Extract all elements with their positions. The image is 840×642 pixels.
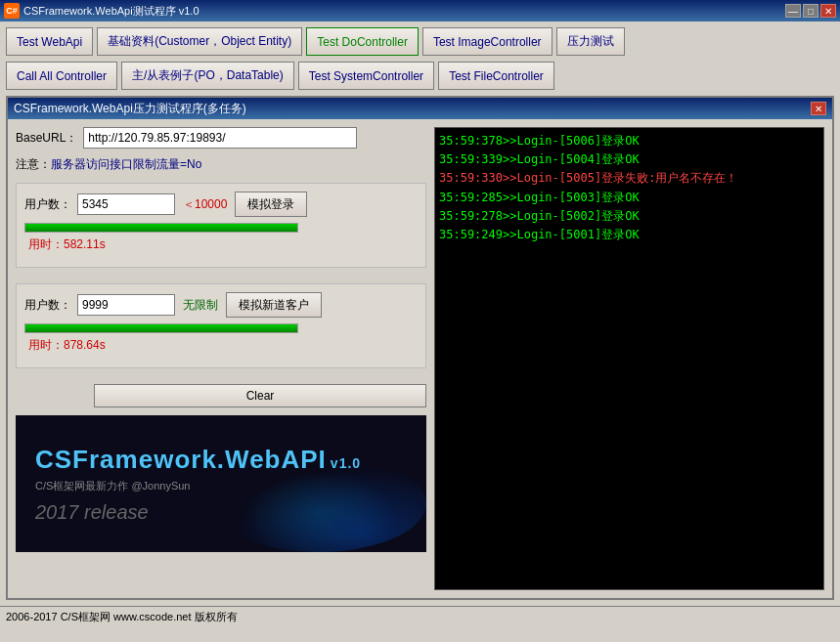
dialog-title-bar: CSFramework.WebApi压力测试程序(多任务) ✕ <box>8 98 832 119</box>
user-count-label-1: 用户数： <box>24 196 71 213</box>
window-controls: — □ ✕ <box>785 4 836 18</box>
toolbar-row1: Test WebApi 基础资料(Customer，Object Entity)… <box>6 27 834 56</box>
test-webapi-button[interactable]: Test WebApi <box>6 27 93 56</box>
maximize-button[interactable]: □ <box>803 4 818 18</box>
progress-container-1 <box>24 223 298 233</box>
minimize-button[interactable]: — <box>785 4 801 18</box>
log-line: 35:59:378>>Login-[5006]登录OK <box>439 132 819 150</box>
close-button[interactable]: ✕ <box>820 4 836 18</box>
left-panel: BaseURL： 注意： 服务器访问接口限制流量=No 用户数： ＜10000 … <box>16 127 426 590</box>
banner-title-part1: CSFramework. <box>35 445 225 474</box>
dialog-body: BaseURL： 注意： 服务器访问接口限制流量=No 用户数： ＜10000 … <box>8 119 832 598</box>
user-count-input-2[interactable] <box>77 294 175 316</box>
test-file-button[interactable]: Test FileController <box>438 62 554 90</box>
user-section-2: 用户数： 无限制 模拟新道客户 用时：878.64s <box>16 283 426 368</box>
note-row: 注意： 服务器访问接口限制流量=No <box>16 156 426 173</box>
user-count-label-2: 用户数： <box>24 297 71 314</box>
status-text: 2006-2017 C/S框架网 www.cscode.net 版权所有 <box>6 610 238 624</box>
note-label: 注意： <box>16 156 51 173</box>
time-label-2: 用时：878.64s <box>28 337 106 354</box>
limit-text-2: 无限制 <box>183 297 218 314</box>
stress-test-button[interactable]: 压力测试 <box>556 27 625 56</box>
time-label-1: 用时：582.11s <box>28 236 106 253</box>
user-count-input-1[interactable] <box>77 193 175 215</box>
dialog-window: CSFramework.WebApi压力测试程序(多任务) ✕ BaseURL：… <box>6 96 834 600</box>
toolbar-row2: Call All Controller 主/从表例子(PO，DataTable)… <box>6 62 834 90</box>
app-icon: C# <box>4 3 20 19</box>
dialog-close-button[interactable]: ✕ <box>811 102 826 115</box>
log-line: 35:59:339>>Login-[5004]登录OK <box>439 150 819 169</box>
progress-fill-1 <box>25 224 297 232</box>
log-line: 35:59:278>>Login-[5002]登录OK <box>439 207 819 226</box>
progress-fill-2 <box>25 324 297 332</box>
note-text: 服务器访问接口限制流量=No <box>51 156 201 173</box>
log-line: 35:59:249>>Login-[5001]登录OK <box>439 226 819 244</box>
progress-bar-2 <box>24 323 418 333</box>
progress-bar-1 <box>24 223 418 233</box>
user-row-1: 用户数： ＜10000 模拟登录 <box>24 192 418 217</box>
test-system-button[interactable]: Test SystemController <box>298 62 434 90</box>
main-window: Test WebApi 基础资料(Customer，Object Entity)… <box>0 21 840 606</box>
title-bar: C# CSFramework.WebApi测试程序 v1.0 — □ ✕ <box>0 0 840 21</box>
progress-container-2 <box>24 323 298 333</box>
clear-button[interactable]: Clear <box>94 384 426 407</box>
banner: CSFramework.WebAPIv1.0 C/S框架网最新力作 @Jonny… <box>16 415 426 552</box>
user-section-1: 用户数： ＜10000 模拟登录 用时：582.11s <box>16 183 426 268</box>
time-row-2: 用时：878.64s <box>24 337 418 354</box>
dialog-title: CSFramework.WebApi压力测试程序(多任务) <box>14 101 811 117</box>
master-detail-button[interactable]: 主/从表例子(PO，DataTable) <box>121 62 294 90</box>
status-bar: 2006-2017 C/S框架网 www.cscode.net 版权所有 <box>0 606 840 627</box>
test-do-button[interactable]: Test DoController <box>306 27 419 56</box>
log-line: 35:59:330>>Login-[5005]登录失败:用户名不存在！ <box>439 169 819 188</box>
log-panel[interactable]: 35:59:378>>Login-[5006]登录OK35:59:339>>Lo… <box>434 127 824 590</box>
banner-wave-decoration <box>211 454 426 552</box>
base-url-row: BaseURL： <box>16 127 426 149</box>
window-title: CSFramework.WebApi测试程序 v1.0 <box>23 4 785 19</box>
limit-text-1: ＜10000 <box>183 196 227 213</box>
simulate-login-button[interactable]: 模拟登录 <box>235 192 307 217</box>
time-row-1: 用时：582.11s <box>24 236 418 253</box>
base-url-input[interactable] <box>83 127 357 149</box>
user-row-2: 用户数： 无限制 模拟新道客户 <box>24 292 418 318</box>
basic-data-button[interactable]: 基础资料(Customer，Object Entity) <box>97 27 302 56</box>
simulate-new-customer-button[interactable]: 模拟新道客户 <box>226 292 322 318</box>
call-all-button[interactable]: Call All Controller <box>6 62 117 90</box>
log-line: 35:59:285>>Login-[5003]登录OK <box>439 189 819 207</box>
test-image-button[interactable]: Test ImageController <box>422 27 553 56</box>
base-url-label: BaseURL： <box>16 130 77 147</box>
